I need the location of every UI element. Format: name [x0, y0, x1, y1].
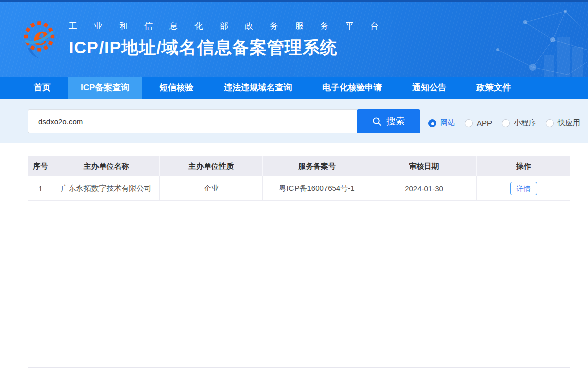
results-table: 序号 主办单位名称 主办单位性质 服务备案号 审核日期 操作 1 广东永拓数字技…: [28, 156, 570, 368]
nav-item-electronic-verify[interactable]: 电子化核验申请: [310, 77, 395, 99]
table-row: 1 广东永拓数字技术有限公司 企业 粤ICP备16007654号-1 2024-…: [28, 176, 570, 201]
search-button[interactable]: 搜索: [357, 109, 420, 133]
search-button-label: 搜索: [386, 115, 405, 127]
detail-button[interactable]: 详情: [510, 182, 537, 195]
radio-label-website: 网站: [440, 118, 455, 128]
search-type-group: 网站 APP 小程序 快应用: [428, 118, 580, 128]
search-section: 搜索 网站 APP 小程序 快应用: [0, 99, 588, 143]
miit-logo: e: [23, 20, 56, 59]
radio-label-app: APP: [477, 119, 492, 127]
column-header-organizer-name: 主办单位名称: [53, 156, 160, 176]
radio-selected-icon: [428, 119, 436, 127]
nav-item-notices[interactable]: 通知公告: [400, 77, 459, 99]
gear-e-logo-icon: e: [23, 20, 56, 59]
cell-index: 1: [28, 176, 53, 200]
column-header-index: 序号: [28, 156, 53, 176]
nav-item-illegal-domain-query[interactable]: 违法违规域名查询: [211, 77, 305, 99]
nav-item-home[interactable]: 首页: [21, 77, 63, 99]
ministry-platform-subtitle: 工业和信息化部政务服务平台: [69, 20, 396, 32]
radio-option-app[interactable]: APP: [465, 119, 492, 127]
radio-unselected-icon: [502, 119, 510, 127]
column-header-action: 操作: [477, 156, 570, 176]
radio-unselected-icon: [465, 119, 473, 127]
site-header: e 工业和信息化部政务服务平台 ICP/IP地址/域名信息备案管理系统: [0, 2, 588, 77]
cell-organizer-nature: 企业: [160, 176, 263, 200]
site-title: ICP/IP地址/域名信息备案管理系统: [69, 36, 396, 59]
cell-review-date: 2024-01-30: [371, 176, 477, 200]
header-titles: 工业和信息化部政务服务平台 ICP/IP地址/域名信息备案管理系统: [69, 20, 396, 59]
results-area: 序号 主办单位名称 主办单位性质 服务备案号 审核日期 操作 1 广东永拓数字技…: [0, 143, 588, 368]
cell-license-number: 粤ICP备16007654号-1: [263, 176, 371, 200]
radio-option-miniprogram[interactable]: 小程序: [502, 118, 536, 128]
search-input[interactable]: [28, 109, 357, 133]
column-header-organizer-nature: 主办单位性质: [160, 156, 263, 176]
network-decoration-icon: [437, 2, 588, 77]
nav-item-policy-files[interactable]: 政策文件: [464, 77, 523, 99]
radio-label-miniprogram: 小程序: [514, 118, 536, 128]
radio-unselected-icon: [546, 119, 554, 127]
table-header-row: 序号 主办单位名称 主办单位性质 服务备案号 审核日期 操作: [28, 156, 570, 176]
radio-label-quickapp: 快应用: [558, 118, 580, 128]
cell-organizer-name: 广东永拓数字技术有限公司: [53, 176, 160, 200]
nav-item-icp-query[interactable]: ICP备案查询: [68, 77, 142, 99]
nav-item-sms-verify[interactable]: 短信核验: [147, 77, 206, 99]
page: e 工业和信息化部政务服务平台 ICP/IP地址/域名信息备案管理系统 首页 I…: [0, 0, 588, 368]
radio-option-quickapp[interactable]: 快应用: [546, 118, 580, 128]
search-icon: [372, 117, 382, 126]
main-nav: 首页 ICP备案查询 短信核验 违法违规域名查询 电子化核验申请 通知公告 政策…: [0, 77, 588, 99]
column-header-review-date: 审核日期: [371, 156, 477, 176]
cell-action: 详情: [477, 176, 570, 200]
radio-option-website[interactable]: 网站: [428, 118, 455, 128]
column-header-license-number: 服务备案号: [263, 156, 371, 176]
